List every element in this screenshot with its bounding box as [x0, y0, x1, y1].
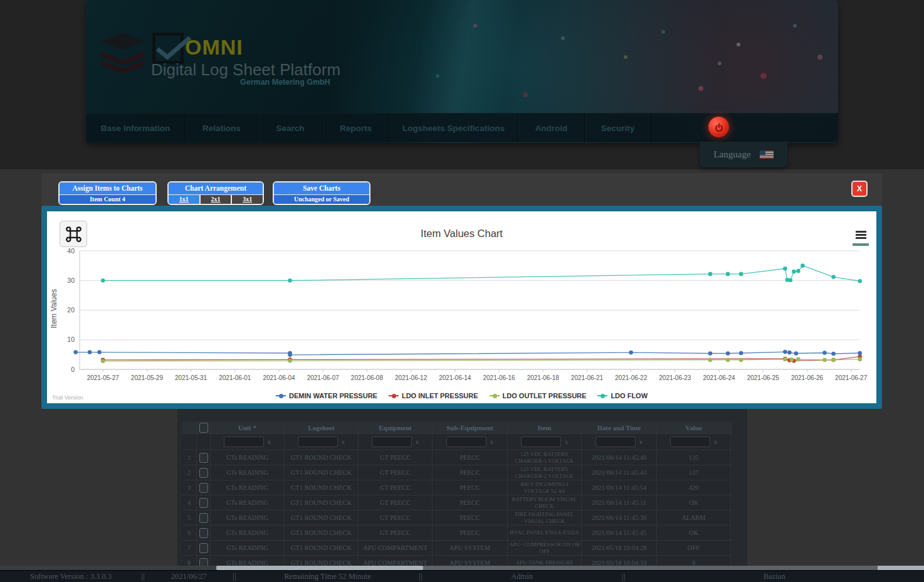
filter-input-equipment[interactable] — [372, 437, 412, 447]
legend-item-demin-water-pressure[interactable]: DEMIN WATER PRESSURE — [276, 392, 377, 399]
chart-arrangement-label: Chart Arrangement — [169, 183, 263, 194]
data-point-demin-water-pressure[interactable] — [288, 353, 292, 357]
row-checkbox[interactable] — [199, 528, 208, 538]
data-point-ldo-outlet-pressure[interactable] — [708, 358, 713, 362]
table-row-3[interactable]: 3GTs READINGGT1 ROUND CHECKGT PEECCPEECC… — [182, 480, 732, 495]
header-logsheet[interactable]: Logsheet — [285, 421, 359, 433]
header-checkbox[interactable] — [199, 423, 208, 433]
language-dropdown[interactable]: Language — [700, 142, 787, 167]
header-check[interactable] — [197, 421, 211, 433]
nav-item-reports[interactable]: Reports — [323, 114, 389, 142]
horizontal-scrollbar[interactable] — [0, 566, 924, 570]
filter-input-datetime[interactable] — [596, 437, 636, 447]
data-point-ldo-flow[interactable] — [739, 272, 743, 277]
header-item[interactable]: Item — [508, 421, 582, 433]
data-point-ldo-flow[interactable] — [792, 270, 796, 274]
data-point-demin-water-pressure[interactable] — [629, 351, 633, 355]
header-sub_equipment[interactable]: Sub-Equipment — [433, 421, 508, 433]
row-checkbox[interactable] — [199, 453, 208, 463]
data-point-ldo-outlet-pressure[interactable] — [822, 358, 827, 362]
filter-input-logsheet[interactable] — [298, 437, 338, 447]
header-num[interactable] — [182, 421, 197, 433]
filter-input-value[interactable] — [670, 437, 710, 447]
row-checkbox[interactable] — [199, 513, 208, 523]
filter-input-item[interactable] — [521, 437, 561, 447]
data-point-ldo-outlet-pressure[interactable] — [790, 357, 794, 362]
data-point-ldo-flow[interactable] — [858, 279, 862, 283]
row-checkbox[interactable] — [199, 483, 208, 493]
nav-item-logsheets-specifications[interactable]: Logsheets Specifications — [389, 114, 518, 142]
data-point-ldo-flow[interactable] — [783, 267, 787, 271]
filter-input-sub_equipment[interactable] — [446, 437, 486, 447]
data-point-demin-water-pressure[interactable] — [783, 350, 787, 354]
data-point-demin-water-pressure[interactable] — [708, 351, 713, 356]
data-point-ldo-flow[interactable] — [726, 272, 730, 277]
filter-clear-datetime[interactable]: x — [639, 438, 643, 445]
table-row-4[interactable]: 4GTs READINGGT1 ROUND CHECKGT PEECCPEECC… — [182, 495, 732, 511]
header-datetime[interactable]: Date and Time — [582, 421, 657, 433]
data-point-ldo-outlet-pressure[interactable] — [858, 357, 862, 362]
data-point-demin-water-pressure[interactable] — [787, 351, 792, 355]
data-point-ldo-outlet-pressure[interactable] — [726, 358, 730, 362]
data-point-demin-water-pressure[interactable] — [858, 351, 862, 356]
filter-clear-equipment[interactable]: x — [416, 438, 419, 445]
nav-item-android[interactable]: Android — [518, 114, 585, 142]
data-point-ldo-flow[interactable] — [801, 263, 805, 268]
close-dialog-button[interactable]: X — [851, 181, 868, 197]
nav-item-security[interactable]: Security — [585, 114, 651, 142]
data-point-ldo-outlet-pressure[interactable] — [101, 359, 105, 364]
table-row-7[interactable]: 7GTs READINGGT1 ROUND CHECKAPU COMPARTME… — [182, 541, 732, 556]
data-point-demin-water-pressure[interactable] — [88, 350, 92, 354]
data-point-ldo-flow[interactable] — [789, 278, 793, 283]
chart-context-menu-icon[interactable] — [856, 231, 866, 240]
nav-item-search[interactable]: Search — [258, 114, 323, 142]
data-point-demin-water-pressure[interactable] — [822, 351, 827, 355]
scrollbar-thumb[interactable] — [216, 566, 423, 570]
data-point-ldo-outlet-pressure[interactable] — [288, 359, 292, 363]
filter-clear-sub_equipment[interactable]: x — [490, 438, 493, 445]
filter-clear-unit[interactable]: x — [268, 438, 271, 445]
data-point-demin-water-pressure[interactable] — [739, 351, 743, 356]
table-row-5[interactable]: 5GTs READINGGT1 ROUND CHECKGT PEECCPEECC… — [182, 511, 732, 526]
data-point-ldo-outlet-pressure[interactable] — [831, 358, 836, 362]
header-unit[interactable]: Unit * — [211, 421, 285, 433]
legend-item-ldo-flow[interactable]: LDO FLOW — [597, 392, 648, 399]
power-button[interactable] — [708, 117, 729, 137]
arrangement-option-3x1[interactable]: 3x1 — [231, 195, 263, 204]
legend-item-ldo-inlet-pressure[interactable]: LDO INLET PRESSURE — [389, 392, 478, 399]
row-checkbox[interactable] — [199, 498, 208, 508]
command-menu-button[interactable] — [60, 221, 87, 247]
data-point-demin-water-pressure[interactable] — [794, 351, 799, 356]
chart-arrangement-button[interactable]: Chart Arrangement 1x12x13x1 — [167, 181, 264, 205]
filter-clear-item[interactable]: x — [565, 438, 568, 445]
data-point-ldo-outlet-pressure[interactable] — [796, 357, 801, 362]
arrangement-option-2x1[interactable]: 2x1 — [199, 195, 231, 204]
data-point-ldo-flow[interactable] — [288, 278, 292, 283]
data-point-demin-water-pressure[interactable] — [73, 350, 78, 354]
data-point-ldo-flow[interactable] — [796, 269, 801, 273]
row-checkbox[interactable] — [199, 543, 208, 553]
data-point-demin-water-pressure[interactable] — [831, 352, 836, 356]
filter-input-unit[interactable] — [224, 437, 264, 447]
data-point-demin-water-pressure[interactable] — [97, 350, 102, 354]
data-point-ldo-outlet-pressure[interactable] — [783, 357, 787, 362]
table-row-1[interactable]: 1GTs READINGGT1 ROUND CHECKGT PEECCPEECC… — [182, 450, 732, 465]
arrangement-option-1x1[interactable]: 1x1 — [169, 195, 199, 204]
save-charts-button[interactable]: Save Charts Unchanged or Saved — [273, 181, 370, 205]
table-row-6[interactable]: 6GTs READINGGT1 ROUND CHECKGT PEECCPEECC… — [182, 526, 732, 541]
nav-item-relations[interactable]: Relations — [186, 114, 258, 142]
assign-items-button[interactable]: Assign Items to Charts Item Count 4 — [58, 181, 157, 205]
row-checkbox[interactable] — [199, 468, 208, 478]
table-row-2[interactable]: 2GTs READINGGT1 ROUND CHECKGT PEECCPEECC… — [182, 465, 732, 480]
header-equipment[interactable]: Equipment — [359, 421, 433, 433]
data-point-ldo-flow[interactable] — [101, 278, 105, 283]
data-point-ldo-flow[interactable] — [831, 275, 836, 279]
filter-clear-logsheet[interactable]: x — [342, 438, 345, 445]
header-value[interactable]: Value — [657, 421, 731, 433]
legend-item-ldo-outlet-pressure[interactable]: LDO OUTLET PRESSURE — [490, 392, 587, 399]
data-point-ldo-flow[interactable] — [708, 272, 713, 277]
filter-clear-value[interactable]: x — [714, 438, 717, 445]
data-point-ldo-outlet-pressure[interactable] — [739, 358, 743, 362]
nav-item-base-information[interactable]: Base Information — [86, 114, 186, 142]
data-point-demin-water-pressure[interactable] — [726, 351, 730, 356]
